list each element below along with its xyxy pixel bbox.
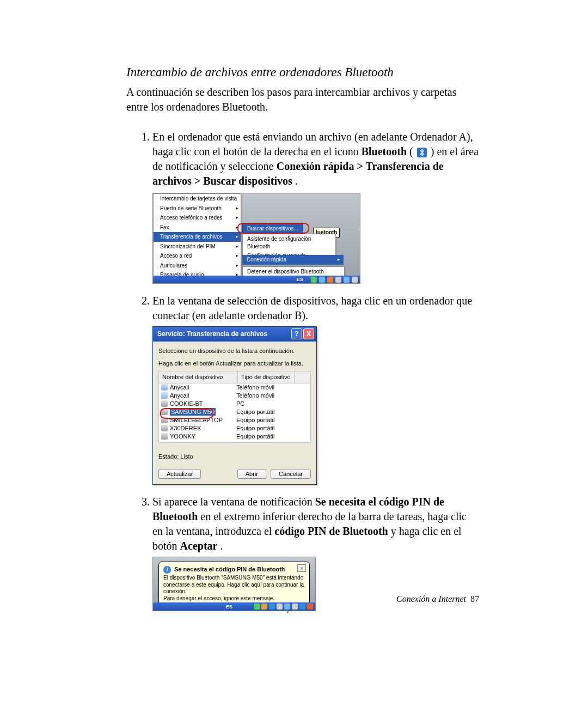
balloon-body-1: El dispositivo Bluetooth "SAMSUNG M50" e… (163, 575, 305, 595)
tray-icon[interactable] (307, 604, 313, 610)
refresh-button[interactable]: Actualizar (158, 469, 201, 479)
close-button[interactable]: X (303, 328, 314, 339)
footer-label: Conexión a Internet (396, 594, 466, 604)
bluetooth-word: Bluetooth (362, 145, 407, 157)
column-device-name[interactable]: Nombre del dispositivo (159, 371, 238, 383)
language-indicator[interactable]: ES (297, 276, 303, 283)
dialog-titlebar[interactable]: Servicio: Transferencia de archivos ? X (153, 327, 316, 342)
open-button[interactable]: Abrir (237, 469, 266, 479)
dialog-instruction-2: Haga clic en el botón Actualizar para ac… (158, 359, 311, 368)
list-item[interactable]: COOKIE-BTPC (159, 400, 310, 408)
tray-icon[interactable] (292, 604, 298, 610)
intro-paragraph: A continuación se describen los pasos pa… (126, 85, 479, 114)
pc-icon (161, 400, 168, 407)
context-menu: Intercambio de tarjetas de visita Puerto… (153, 193, 241, 281)
step3-text-d: . (220, 540, 223, 552)
page-number: 87 (470, 594, 479, 604)
menu-item[interactable]: Auriculares (154, 261, 241, 271)
list-item-selected[interactable]: SAMSUNG M50Equipo portátil (159, 408, 310, 416)
device-list[interactable]: AnycallTeléfono móvil AnycallTeléfono mó… (158, 383, 311, 443)
tray-icon[interactable] (319, 277, 325, 283)
step3-bold-c: Aceptar (180, 540, 218, 552)
taskbar: ES (153, 602, 315, 611)
dialog-title: Servicio: Transferencia de archivos (157, 330, 267, 338)
dialog-status: Estado: Listo (158, 453, 311, 461)
help-button[interactable]: ? (291, 328, 302, 339)
tray-icon[interactable] (269, 604, 275, 610)
tray-icon[interactable] (344, 277, 350, 283)
step3-bold-b: código PIN de Bluetooth (274, 525, 388, 537)
cancel-button[interactable]: Cancelar (271, 469, 311, 479)
step2-text: En la ventana de selección de dispositiv… (152, 295, 472, 321)
bluetooth-icon (417, 148, 427, 157)
pc-icon (161, 433, 168, 440)
menu-item-wizard[interactable]: Asistente de configuración Bluetooth (243, 234, 335, 251)
menu-item[interactable]: Acceso telefónico a redes (154, 213, 241, 223)
dialog-instruction: Seleccione un dispositivo de la lista a … (158, 347, 311, 355)
page-footer: Conexión a Internet 87 (396, 594, 479, 604)
tray-icon[interactable] (261, 604, 267, 610)
screenshot-device-dialog: Servicio: Transferencia de archivos ? X … (152, 326, 317, 485)
menu-item-transfer[interactable]: Transferencia de archivos (154, 232, 241, 242)
close-icon[interactable]: × (297, 564, 306, 572)
balloon-title: Se necesita el código PIN de Bluetooth (174, 565, 285, 574)
step1-text-d: . (295, 175, 298, 187)
column-device-type[interactable]: Tipo de dispositivo (238, 371, 295, 383)
phone-icon (161, 392, 168, 399)
step1-text-b: ( (409, 145, 416, 157)
tray-icon[interactable] (284, 604, 290, 610)
step-1: En el ordenador que está enviando un arc… (152, 130, 479, 284)
info-icon: i (163, 566, 171, 574)
menu-item[interactable]: Puerto de serie Bluetooth (154, 204, 241, 214)
list-item[interactable]: SMILELEELAPTOPEquipo portátil (159, 416, 310, 424)
taskbar: ES (153, 276, 360, 283)
tray-icon[interactable] (311, 277, 317, 283)
submenu-search-devices[interactable]: Buscar dispositivos... (242, 223, 303, 234)
step3-text-a: Si aparece la ventana de notificación (152, 496, 315, 508)
language-indicator[interactable]: ES (226, 604, 232, 610)
step-2: En la ventana de selección de dispositiv… (152, 294, 479, 485)
balloon-body-2: Para denegar el acceso, ignore este mens… (163, 595, 305, 602)
menu-item[interactable]: Sincronización del PIM (154, 242, 241, 252)
list-item[interactable]: AnycallTeléfono móvil (159, 392, 310, 400)
pc-icon (161, 409, 168, 415)
pc-icon (161, 425, 168, 431)
screenshot-pin-balloon: i Se necesita el código PIN de Bluetooth… (152, 557, 316, 611)
phone-icon (161, 384, 168, 391)
section-heading: Intercambio de archivos entre ordenadore… (126, 65, 479, 80)
list-item[interactable]: AnycallTeléfono móvil (159, 383, 310, 392)
tray-icon[interactable] (327, 277, 333, 283)
menu-item[interactable]: Acceso a red (154, 251, 241, 261)
screenshot-context-menu: Intercambio de tarjetas de visita Puerto… (152, 193, 360, 284)
list-header: Nombre del dispositivo Tipo de dispositi… (158, 371, 311, 383)
tray-icon[interactable] (299, 604, 305, 610)
tray-icon[interactable] (254, 604, 260, 610)
notification-balloon[interactable]: i Se necesita el código PIN de Bluetooth… (158, 562, 310, 607)
tray-icon[interactable] (277, 604, 283, 610)
menu-item[interactable]: Intercambio de tarjetas de visita (154, 194, 241, 204)
list-item[interactable]: YOONKYEquipo portátil (159, 432, 310, 441)
pc-icon (161, 417, 168, 423)
tray-icon[interactable] (352, 277, 358, 283)
menu-item-quick-connect[interactable]: Conexión rápida (242, 255, 344, 265)
menu-item[interactable]: Fax (154, 223, 241, 233)
list-item[interactable]: X30DEREKEquipo portátil (159, 424, 310, 432)
tray-icon[interactable] (335, 277, 341, 283)
